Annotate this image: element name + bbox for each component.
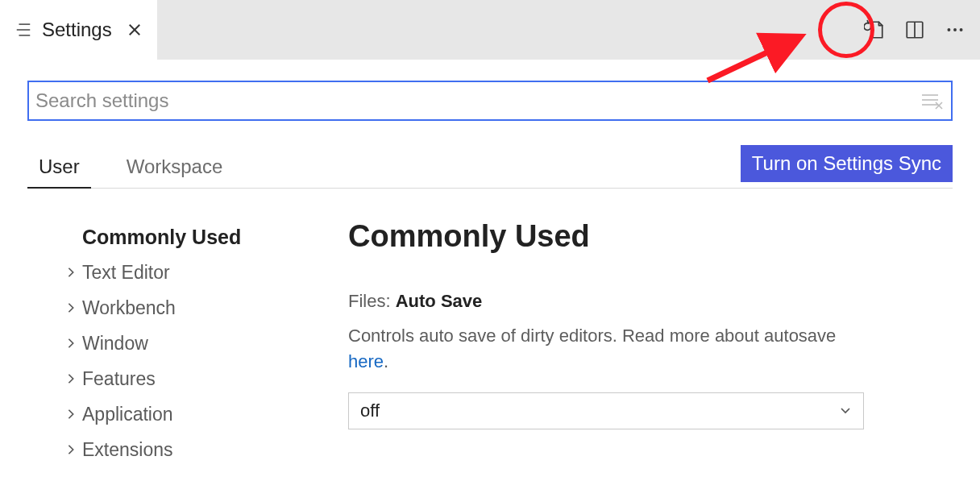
toc-label: Workbench bbox=[82, 297, 176, 319]
toc-label: Commonly Used bbox=[82, 226, 241, 249]
svg-point-7 bbox=[947, 28, 950, 31]
toc-label: Extensions bbox=[82, 439, 173, 461]
toc-label: Text Editor bbox=[82, 262, 170, 284]
setting-prefix: Files: bbox=[348, 291, 396, 311]
scope-tab-workspace[interactable]: Workspace bbox=[115, 145, 235, 189]
section-title: Commonly Used bbox=[348, 219, 953, 254]
chevron-right-icon bbox=[63, 373, 79, 384]
setting-label: Files: Auto Save bbox=[348, 291, 953, 312]
svg-point-9 bbox=[960, 28, 963, 31]
setting-name: Auto Save bbox=[396, 291, 483, 311]
settings-main: Commonly Used Files: Auto Save Controls … bbox=[329, 219, 953, 467]
open-settings-json-icon[interactable] bbox=[864, 19, 885, 40]
setting-description: Controls auto save of dirty editors. Rea… bbox=[348, 323, 864, 375]
filter-icon[interactable] bbox=[920, 92, 943, 110]
select-value: off bbox=[360, 400, 380, 421]
svg-point-8 bbox=[953, 28, 957, 31]
chevron-right-icon bbox=[63, 409, 79, 420]
chevron-right-icon bbox=[63, 267, 79, 278]
autosave-select[interactable]: off bbox=[348, 392, 864, 429]
toc-label: Window bbox=[82, 333, 148, 355]
title-actions bbox=[864, 0, 965, 60]
chevron-right-icon bbox=[63, 444, 79, 455]
chevron-right-icon bbox=[63, 302, 79, 313]
settings-sync-button[interactable]: Turn on Settings Sync bbox=[741, 145, 953, 182]
toc-item-text-editor[interactable]: Text Editor bbox=[63, 255, 329, 290]
search-input[interactable] bbox=[35, 82, 920, 119]
toc-item-window[interactable]: Window bbox=[63, 326, 329, 361]
autosave-docs-link[interactable]: here bbox=[348, 351, 384, 371]
settings-search bbox=[27, 81, 953, 121]
settings-toc: › Commonly Used Text Editor Workbench W bbox=[63, 219, 329, 467]
toc-label: Application bbox=[82, 404, 173, 425]
split-editor-icon[interactable] bbox=[904, 19, 925, 40]
chevron-right-icon bbox=[63, 338, 79, 349]
desc-text: Controls auto save of dirty editors. Rea… bbox=[348, 326, 836, 346]
toc-item-application[interactable]: Application bbox=[63, 396, 329, 432]
toc-item-extensions[interactable]: Extensions bbox=[63, 432, 329, 467]
more-actions-icon[interactable] bbox=[945, 19, 965, 40]
settings-list-icon bbox=[15, 21, 32, 39]
titlebar: Settings bbox=[0, 0, 980, 60]
chevron-down-icon bbox=[839, 400, 852, 421]
toc-item-features[interactable]: Features bbox=[63, 361, 329, 396]
toc-item-commonly-used[interactable]: › Commonly Used bbox=[63, 219, 329, 255]
close-icon[interactable] bbox=[127, 22, 143, 38]
settings-scope-tabs: User Workspace Turn on Settings Sync bbox=[27, 145, 953, 189]
toc-item-workbench[interactable]: Workbench bbox=[63, 290, 329, 326]
settings-editor: User Workspace Turn on Settings Sync › C… bbox=[0, 60, 980, 467]
toc-label: Features bbox=[82, 368, 156, 390]
editor-tab-settings[interactable]: Settings bbox=[0, 0, 157, 60]
desc-text-after: . bbox=[384, 351, 388, 371]
tab-label: Settings bbox=[42, 19, 112, 41]
scope-tab-user[interactable]: User bbox=[27, 145, 91, 189]
